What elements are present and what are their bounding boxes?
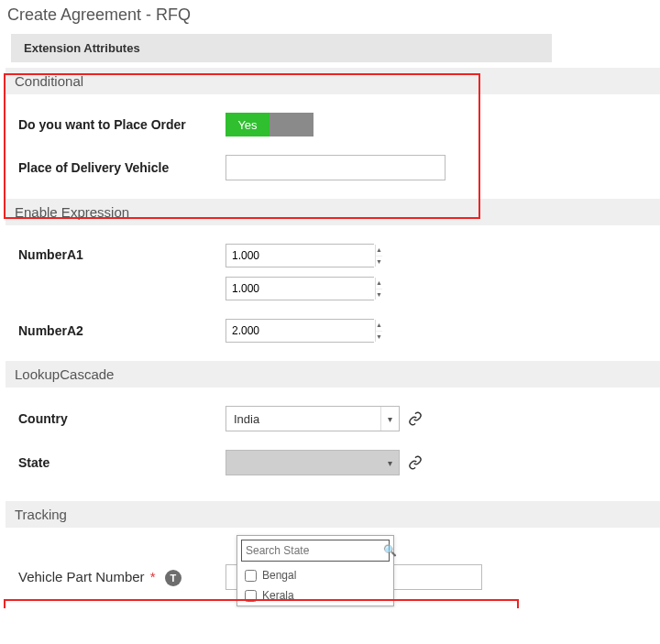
delivery-vehicle-label: Place of Delivery Vehicle	[6, 160, 226, 175]
number-a1-label: NumberA1	[6, 244, 226, 262]
delivery-vehicle-input[interactable]	[226, 155, 446, 180]
number-a1-input-2[interactable]: ▲▼	[226, 277, 374, 300]
number-a2-label: NumberA2	[6, 323, 226, 338]
required-mark: *	[150, 569, 156, 584]
state-option-checkbox[interactable]	[245, 590, 257, 602]
state-search-box[interactable]: 🔍	[241, 540, 390, 562]
state-search-input[interactable]	[246, 544, 383, 557]
state-value	[226, 451, 380, 475]
chevron-down-icon[interactable]: ▾	[380, 451, 399, 475]
state-option[interactable]: Bengal	[237, 565, 393, 585]
state-option-checkbox[interactable]	[245, 570, 257, 582]
state-dropdown-panel: 🔍 Bengal Kerala	[236, 535, 394, 606]
number-a2-input[interactable]: ▲▼	[226, 319, 374, 343]
section-lookup-cascade-body: Country India ▾ State ▾	[6, 387, 660, 494]
toggle-off-segment	[270, 113, 314, 136]
vehicle-part-number-label: Vehicle Part Number * T	[6, 569, 226, 586]
section-lookup-cascade-header: LookupCascade	[6, 361, 660, 387]
state-label: State	[6, 455, 226, 470]
state-option[interactable]: Kerala	[237, 585, 393, 606]
section-conditional-body: Do you want to Place Order Yes Place of …	[6, 94, 660, 199]
link-icon[interactable]	[405, 453, 425, 473]
section-tracking-header: Tracking	[6, 501, 660, 528]
section-enable-expression-body: NumberA1 ▲▼ ▲▼ NumberA2 ▲▼	[6, 225, 660, 361]
number-a2-value[interactable]	[226, 320, 375, 342]
place-order-label: Do you want to Place Order	[6, 117, 226, 132]
search-icon: 🔍	[383, 544, 397, 557]
country-select[interactable]: India ▾	[226, 406, 400, 431]
place-order-toggle[interactable]: Yes	[226, 113, 314, 136]
country-value: India	[226, 407, 380, 431]
chevron-down-icon[interactable]: ▾	[380, 407, 399, 431]
toggle-on-label: Yes	[226, 113, 270, 136]
state-option-label: Kerala	[262, 589, 294, 602]
number-a1-value-1[interactable]	[226, 245, 375, 267]
stepper-icon[interactable]: ▲▼	[375, 320, 382, 342]
number-a1-value-2[interactable]	[226, 278, 375, 300]
section-conditional-header: Conditional	[6, 68, 660, 94]
section-enable-expression-header: Enable Expression	[6, 199, 660, 225]
state-option-label: Bengal	[262, 569, 296, 582]
number-a1-input-1[interactable]: ▲▼	[226, 244, 374, 267]
extension-attributes-bar: Extension Attributes	[11, 34, 552, 62]
link-icon[interactable]	[405, 409, 425, 429]
text-type-badge-icon: T	[165, 570, 182, 586]
state-select[interactable]: ▾	[226, 450, 400, 475]
page-title: Create Agreement - RFQ	[0, 0, 660, 34]
country-label: Country	[6, 411, 226, 426]
stepper-icon[interactable]: ▲▼	[375, 278, 382, 300]
stepper-icon[interactable]: ▲▼	[375, 245, 382, 267]
